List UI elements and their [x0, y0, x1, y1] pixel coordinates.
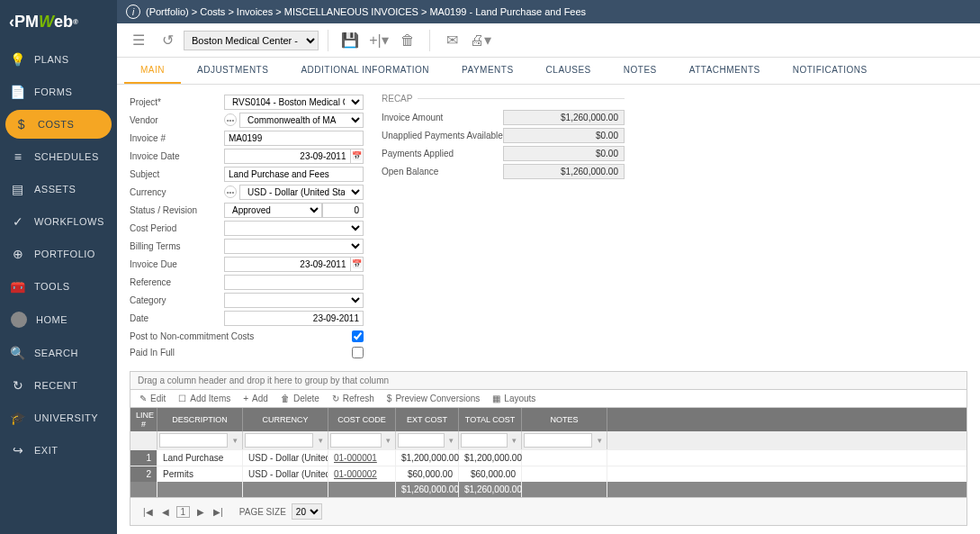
status-select[interactable]: Approved — [224, 203, 322, 218]
cell-curr: USD - Dollar (United St — [243, 450, 328, 466]
col-line[interactable]: LINE # — [130, 408, 157, 431]
filter-code[interactable] — [330, 433, 382, 448]
nav-assets[interactable]: ▤ASSETS — [0, 173, 117, 205]
filter-notes[interactable] — [524, 433, 592, 448]
filter-icon[interactable]: ▾ — [446, 434, 456, 447]
nav-workflows[interactable]: ✓WORKFLOWS — [0, 205, 117, 238]
calendar-icon[interactable]: 📅 — [351, 257, 364, 272]
filter-icon[interactable]: ▾ — [315, 434, 326, 447]
currency-picker-icon[interactable]: ••• — [224, 186, 237, 198]
col-notes[interactable]: NOTES — [522, 408, 607, 431]
nav-forms[interactable]: 📄FORMS — [0, 76, 117, 108]
nav-tools[interactable]: 🧰TOOLS — [0, 270, 117, 303]
paid-checkbox[interactable] — [352, 347, 364, 358]
cost-period-select[interactable] — [224, 221, 364, 236]
mail-icon[interactable]: ✉ — [439, 28, 464, 53]
breadcrumb: (Portfolio) > Costs > Invoices > MISCELL… — [146, 6, 586, 17]
nav-icon: ↪ — [11, 443, 25, 457]
grid-preview-button[interactable]: $ Preview Conversions — [387, 394, 481, 403]
print-icon[interactable]: 🖨▾ — [468, 28, 493, 53]
col-currency[interactable]: CURRENCY — [243, 408, 328, 431]
col-description[interactable]: DESCRIPTION — [157, 408, 243, 431]
grid-refresh-button[interactable]: ↻ Refresh — [332, 394, 374, 403]
recap-open-label: Open Balance — [382, 167, 503, 176]
tab-adjustments[interactable]: ADJUSTMENTS — [181, 58, 284, 84]
date-label: Date — [130, 313, 224, 323]
invoice-due-input[interactable] — [224, 257, 351, 272]
currency-select[interactable]: USD - Dollar (United States of Ameri — [239, 185, 364, 200]
pager-prev-icon[interactable]: ◀ — [160, 507, 171, 517]
nav-university[interactable]: 🎓UNIVERSITY — [0, 402, 117, 434]
subject-label: Subject — [130, 169, 224, 179]
page-size-select[interactable]: 20 — [292, 503, 322, 520]
grid-group-hint[interactable]: Drag a column header and drop it here to… — [130, 372, 967, 390]
filter-icon[interactable]: ▾ — [229, 434, 240, 447]
category-select[interactable] — [224, 293, 364, 308]
info-icon[interactable]: i — [126, 5, 140, 19]
invoice-no-input[interactable] — [224, 131, 364, 146]
revision-input[interactable] — [322, 203, 364, 218]
context-select[interactable]: Boston Medical Center - MA0199 - C — [184, 31, 319, 50]
grid-add-items-button[interactable]: ☐ Add Items — [178, 394, 230, 403]
subject-input[interactable] — [224, 167, 364, 182]
nav-plans[interactable]: 💡PLANS — [0, 43, 117, 76]
invoice-date-input[interactable] — [224, 149, 351, 164]
filter-curr[interactable] — [245, 433, 313, 448]
history-icon[interactable]: ↺ — [155, 28, 180, 53]
tab-clauses[interactable]: CLAUSES — [530, 58, 607, 84]
vendor-picker-icon[interactable]: ••• — [224, 113, 237, 126]
col-ext-cost[interactable]: EXT COST — [396, 408, 459, 431]
cell-notes — [522, 450, 607, 466]
billing-terms-select[interactable] — [224, 239, 364, 254]
nav-label: FORMS — [34, 86, 72, 97]
nav-costs[interactable]: $COSTS — [5, 110, 112, 139]
recap-applied: $0.00 — [503, 146, 625, 161]
cell-tot: $60,000.00 — [459, 466, 522, 482]
col-cost-code[interactable]: COST CODE — [328, 408, 396, 431]
nav-schedules[interactable]: ≡SCHEDULES — [0, 140, 117, 173]
filter-ext[interactable] — [398, 433, 445, 448]
save-icon[interactable]: 💾 — [337, 28, 363, 53]
grid-edit-button[interactable]: ✎ Edit — [139, 394, 166, 403]
add-icon[interactable]: +|▾ — [366, 28, 391, 53]
trash-icon[interactable]: 🗑 — [395, 28, 420, 53]
pager-page[interactable]: 1 — [176, 506, 191, 518]
nav-recent[interactable]: ↻RECENT — [0, 369, 117, 402]
tab-payments[interactable]: PAYMENTS — [445, 58, 530, 84]
avatar-icon — [11, 312, 27, 328]
project-select[interactable]: RVS0104 - Boston Medical Center — [224, 95, 364, 110]
filter-desc[interactable] — [159, 433, 228, 448]
nav-search[interactable]: 🔍SEARCH — [0, 337, 117, 369]
tab-notes[interactable]: NOTES — [607, 58, 673, 84]
grid-layouts-button[interactable]: ▦ Layouts — [492, 394, 535, 403]
filter-icon[interactable]: ▾ — [383, 434, 393, 447]
tab-attachments[interactable]: ATTACHMENTS — [673, 58, 777, 84]
nav-label: TOOLS — [34, 281, 70, 292]
cell-code[interactable]: 01-000001 — [328, 450, 396, 466]
cell-code[interactable]: 01-000002 — [328, 466, 396, 482]
tab-additional-information[interactable]: ADDITIONAL INFORMATION — [284, 58, 445, 84]
post-checkbox[interactable] — [352, 330, 364, 342]
nav-icon: 📄 — [11, 85, 25, 99]
filter-icon[interactable]: ▾ — [509, 434, 519, 447]
filter-icon[interactable]: ▾ — [594, 434, 605, 447]
list-icon[interactable]: ☰ — [126, 28, 151, 53]
nav-exit[interactable]: ↪EXIT — [0, 434, 117, 466]
table-row[interactable]: 2PermitsUSD - Dollar (United St01-000002… — [130, 466, 967, 482]
filter-tot[interactable] — [461, 433, 508, 448]
pager-first-icon[interactable]: |◀ — [141, 507, 155, 517]
pager-last-icon[interactable]: ▶| — [211, 507, 225, 517]
tab-notifications[interactable]: NOTIFICATIONS — [777, 58, 884, 84]
calendar-icon[interactable]: 📅 — [351, 149, 364, 164]
grid-add-button[interactable]: + Add — [243, 394, 268, 403]
tab-main[interactable]: MAIN — [124, 58, 181, 84]
nav-home[interactable]: HOME — [0, 303, 117, 337]
col-total-cost[interactable]: TOTAL COST — [459, 408, 522, 431]
reference-input[interactable] — [224, 275, 364, 290]
nav-icon: 🎓 — [11, 411, 25, 425]
vendor-select[interactable]: Commonwealth of MA — [239, 113, 364, 128]
table-row[interactable]: 1Land PurchaseUSD - Dollar (United St01-… — [130, 449, 967, 466]
pager-next-icon[interactable]: ▶ — [195, 507, 206, 517]
grid-delete-button[interactable]: 🗑 Delete — [281, 394, 319, 403]
nav-portfolio[interactable]: ⊕PORTFOLIO — [0, 238, 117, 270]
